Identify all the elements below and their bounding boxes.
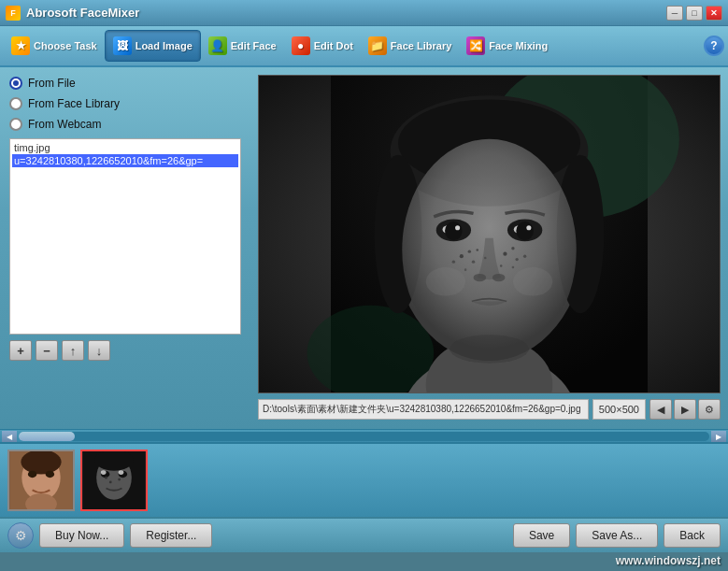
- load-image-icon: 🖼: [113, 36, 132, 55]
- radio-from-webcam-indicator: [9, 118, 22, 131]
- star-icon: ★: [11, 36, 30, 55]
- toolbar-face-mixing[interactable]: 🔀 Face Mixing: [459, 30, 555, 62]
- left-panel: From File From Face Library From Webcam …: [0, 67, 250, 429]
- load-image-label: Load Image: [136, 40, 193, 51]
- buy-now-button[interactable]: Buy Now...: [39, 523, 124, 548]
- svg-point-17: [516, 221, 534, 240]
- bottom-bar: ⚙ Buy Now... Register... Save Save As...…: [0, 517, 728, 552]
- maximize-button[interactable]: □: [686, 6, 703, 21]
- svg-point-22: [460, 254, 464, 258]
- nav-next-button[interactable]: ▶: [674, 399, 696, 420]
- toolbar-edit-face[interactable]: 👤 Edit Face: [201, 30, 284, 62]
- add-file-button[interactable]: +: [9, 340, 32, 361]
- radio-from-webcam[interactable]: From Webcam: [9, 118, 241, 131]
- minimize-button[interactable]: ─: [666, 6, 683, 21]
- svg-point-34: [512, 266, 515, 269]
- svg-point-16: [445, 221, 463, 240]
- svg-point-20: [474, 274, 487, 281]
- svg-point-30: [500, 264, 503, 267]
- svg-point-24: [472, 260, 475, 263]
- nav-prev-button[interactable]: ◀: [649, 399, 672, 420]
- from-face-library-label: From Face Library: [28, 97, 120, 110]
- edit-dot-icon: ●: [292, 36, 310, 55]
- face-library-label: Face Library: [391, 40, 451, 51]
- scroll-thumb[interactable]: [19, 432, 75, 441]
- svg-point-42: [46, 471, 54, 478]
- svg-point-35: [450, 335, 529, 364]
- svg-point-33: [464, 268, 467, 271]
- edit-face-label: Edit Face: [231, 40, 277, 51]
- scroll-right-arrow[interactable]: ▶: [711, 431, 726, 442]
- svg-point-29: [515, 258, 518, 261]
- svg-point-51: [105, 477, 107, 479]
- edit-face-icon: 👤: [208, 36, 227, 55]
- toolbar-choose-task[interactable]: ★ Choose Task: [4, 30, 105, 62]
- back-button[interactable]: Back: [664, 523, 721, 548]
- svg-point-37: [513, 267, 552, 296]
- strip-scrollbar[interactable]: ◀ ▶: [0, 429, 728, 442]
- right-panel: D:\tools\素面\素材\新建文件夹\u=3242810380,122665…: [250, 67, 728, 429]
- svg-point-23: [468, 250, 471, 252]
- register-button[interactable]: Register...: [130, 523, 212, 548]
- move-up-button[interactable]: ↑: [62, 340, 84, 361]
- svg-point-50: [119, 470, 124, 475]
- svg-point-32: [523, 255, 526, 258]
- svg-point-19: [526, 225, 531, 230]
- svg-point-21: [492, 274, 506, 281]
- window-controls: ─ □ ✕: [666, 6, 722, 21]
- settings-gear-button[interactable]: ⚙: [7, 522, 34, 549]
- svg-point-27: [503, 252, 507, 256]
- file-action-bar: + − ↑ ↓: [9, 340, 241, 361]
- face-mixing-icon: 🔀: [466, 36, 485, 55]
- move-down-button[interactable]: ↓: [88, 340, 110, 361]
- main-content: From File From Face Library From Webcam …: [0, 67, 728, 429]
- thumbnail-2[interactable]: [80, 450, 148, 511]
- choose-task-label: Choose Task: [34, 40, 97, 51]
- svg-point-36: [426, 267, 465, 296]
- toolbar-edit-dot[interactable]: ● Edit Dot: [284, 30, 361, 62]
- app-icon: F: [6, 6, 21, 21]
- scroll-track: [19, 432, 709, 441]
- svg-point-53: [118, 478, 121, 481]
- file-entry-path: u=3242810380,1226652010&fm=26&gp=: [12, 154, 238, 167]
- close-button[interactable]: ✕: [706, 6, 722, 21]
- nav-settings-button[interactable]: ⚙: [698, 399, 721, 420]
- image-size-display: 500×500: [592, 399, 646, 420]
- thumbnail-strip: [0, 442, 728, 517]
- radio-from-face-library[interactable]: From Face Library: [9, 97, 241, 110]
- from-file-label: From File: [28, 77, 76, 90]
- save-button[interactable]: Save: [513, 523, 570, 548]
- svg-point-18: [455, 225, 460, 230]
- svg-point-52: [109, 480, 112, 483]
- face-image: [259, 76, 720, 393]
- thumbnail-1[interactable]: [7, 450, 75, 511]
- edit-dot-label: Edit Dot: [314, 40, 353, 51]
- title-bar: F Abrosoft FaceMixer ─ □ ✕: [0, 0, 728, 26]
- radio-from-file-indicator: [9, 77, 22, 90]
- toolbar: ★ Choose Task 🖼 Load Image 👤 Edit Face ●…: [0, 26, 728, 67]
- face-mixing-label: Face Mixing: [489, 40, 548, 51]
- app-title: Abrosoft FaceMixer: [26, 6, 139, 20]
- scroll-left-arrow[interactable]: ◀: [2, 431, 17, 442]
- svg-point-41: [28, 471, 36, 478]
- title-bar-left: F Abrosoft FaceMixer: [6, 6, 139, 21]
- save-as-button[interactable]: Save As...: [576, 523, 658, 548]
- file-path-display: D:\tools\素面\素材\新建文件夹\u=3242810380,122665…: [258, 399, 589, 420]
- radio-from-file[interactable]: From File: [9, 77, 241, 90]
- file-list-area[interactable]: timg.jpg u=3242810380,1226652010&fm=26&g…: [9, 138, 241, 335]
- svg-point-49: [101, 470, 107, 475]
- remove-file-button[interactable]: −: [36, 340, 58, 361]
- face-library-icon: 📁: [368, 36, 387, 55]
- file-entry-name: timg.jpg: [12, 141, 238, 154]
- image-display: [258, 75, 721, 393]
- nav-controls: ◀ ▶ ⚙: [649, 399, 721, 420]
- svg-point-25: [477, 249, 479, 251]
- help-button[interactable]: ?: [704, 36, 724, 56]
- image-status-bar: D:\tools\素面\素材\新建文件夹\u=3242810380,122665…: [258, 397, 721, 421]
- svg-point-26: [484, 257, 487, 260]
- watermark-text: www.windowszj.net: [616, 554, 721, 567]
- toolbar-face-library[interactable]: 📁 Face Library: [361, 30, 459, 62]
- svg-point-28: [511, 247, 514, 250]
- radio-from-face-library-indicator: [9, 97, 22, 110]
- toolbar-load-image[interactable]: 🖼 Load Image: [105, 30, 201, 62]
